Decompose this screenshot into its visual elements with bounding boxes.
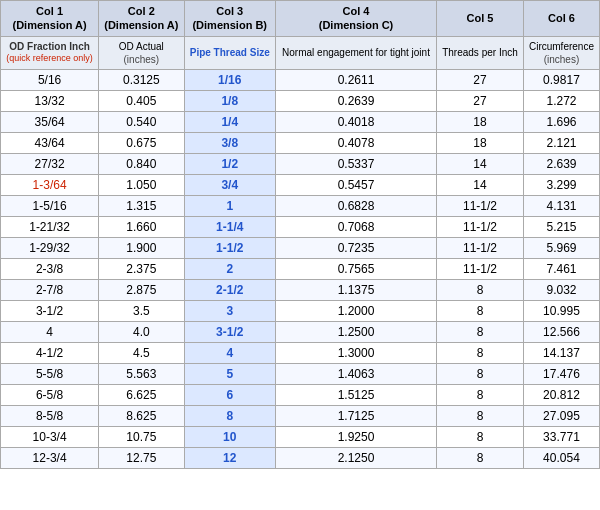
col5-cell: 27 (437, 69, 524, 90)
col4-cell: 1.9250 (275, 426, 436, 447)
col3-cell: 5 (184, 363, 275, 384)
col3-cell: 1-1/2 (184, 237, 275, 258)
table-row: 1-5/161.31510.682811-1/24.131 (1, 195, 600, 216)
col3-cell: 1 (184, 195, 275, 216)
header-row-sub: OD Fraction Inch (quick reference only) … (1, 36, 600, 69)
col4-cell: 1.4063 (275, 363, 436, 384)
col3-cell: 1/2 (184, 153, 275, 174)
col3-subheader: Pipe Thread Size (184, 36, 275, 69)
col4-cell: 1.7125 (275, 405, 436, 426)
col6-cell: 27.095 (523, 405, 599, 426)
col5-header: Col 5 (437, 1, 524, 37)
col6-sub-label: Circumference (528, 40, 595, 53)
col6-header-main: Col 6 (548, 12, 575, 24)
table-row: 4-1/24.541.3000814.137 (1, 342, 600, 363)
col6-cell: 5.969 (523, 237, 599, 258)
col2-header: Col 2 (Dimension A) (99, 1, 184, 37)
col1-cell: 12-3/4 (1, 447, 99, 468)
col5-cell: 27 (437, 90, 524, 111)
col3-cell: 12 (184, 447, 275, 468)
col6-cell: 5.215 (523, 216, 599, 237)
col4-cell: 0.7068 (275, 216, 436, 237)
col4-cell: 0.6828 (275, 195, 436, 216)
col4-cell: 0.2611 (275, 69, 436, 90)
col5-cell: 11-1/2 (437, 195, 524, 216)
col1-sub-label: OD Fraction Inch (5, 40, 94, 53)
col5-cell: 8 (437, 279, 524, 300)
col6-cell: 2.639 (523, 153, 599, 174)
col1-cell: 4-1/2 (1, 342, 99, 363)
col3-cell: 1-1/4 (184, 216, 275, 237)
table-row: 8-5/88.62581.7125827.095 (1, 405, 600, 426)
col2-cell: 0.540 (99, 111, 184, 132)
col4-cell: 0.4078 (275, 132, 436, 153)
table-row: 35/640.5401/40.4018181.696 (1, 111, 600, 132)
col1-cell: 2-3/8 (1, 258, 99, 279)
col3-header-main: Col 3 (216, 5, 243, 17)
col2-cell: 1.050 (99, 174, 184, 195)
col2-cell: 1.315 (99, 195, 184, 216)
table-row: 10-3/410.75101.9250833.771 (1, 426, 600, 447)
col1-header-sub: (Dimension A) (12, 19, 86, 31)
col4-cell: 1.2000 (275, 300, 436, 321)
col6-cell: 17.476 (523, 363, 599, 384)
col1-cell: 3-1/2 (1, 300, 99, 321)
col6-cell: 20.812 (523, 384, 599, 405)
table-row: 5/160.31251/160.2611270.9817 (1, 69, 600, 90)
col6-cell: 40.054 (523, 447, 599, 468)
table-body: 5/160.31251/160.2611270.981713/320.4051/… (1, 69, 600, 468)
col2-cell: 8.625 (99, 405, 184, 426)
col5-cell: 8 (437, 363, 524, 384)
table-row: 1-21/321.6601-1/40.706811-1/25.215 (1, 216, 600, 237)
col5-cell: 11-1/2 (437, 216, 524, 237)
col3-cell: 3-1/2 (184, 321, 275, 342)
col6-cell: 12.566 (523, 321, 599, 342)
col3-cell: 1/4 (184, 111, 275, 132)
col2-cell: 0.675 (99, 132, 184, 153)
col2-header-main: Col 2 (128, 5, 155, 17)
col2-cell: 6.625 (99, 384, 184, 405)
col1-cell: 5/16 (1, 69, 99, 90)
col1-cell: 13/32 (1, 90, 99, 111)
col2-cell: 10.75 (99, 426, 184, 447)
col2-cell: 12.75 (99, 447, 184, 468)
col1-cell: 43/64 (1, 132, 99, 153)
col1-subheader: OD Fraction Inch (quick reference only) (1, 36, 99, 69)
col2-cell: 2.375 (99, 258, 184, 279)
col1-cell: 1-21/32 (1, 216, 99, 237)
col6-cell: 14.137 (523, 342, 599, 363)
col1-cell: 2-7/8 (1, 279, 99, 300)
col1-cell: 6-5/8 (1, 384, 99, 405)
col2-sub-label: OD Actual (103, 40, 179, 53)
col2-cell: 5.563 (99, 363, 184, 384)
header-row-main: Col 1 (Dimension A) Col 2 (Dimension A) … (1, 1, 600, 37)
col5-cell: 8 (437, 447, 524, 468)
col5-cell: 14 (437, 153, 524, 174)
col4-cell: 2.1250 (275, 447, 436, 468)
col2-header-sub: (Dimension A) (104, 19, 178, 31)
col4-cell: 0.7565 (275, 258, 436, 279)
col3-cell: 2 (184, 258, 275, 279)
table-row: 5-5/85.56351.4063817.476 (1, 363, 600, 384)
col4-cell: 1.3000 (275, 342, 436, 363)
table-row: 1-3/641.0503/40.5457143.299 (1, 174, 600, 195)
col4-cell: 1.1375 (275, 279, 436, 300)
col3-cell: 3/8 (184, 132, 275, 153)
col4-cell: 0.5337 (275, 153, 436, 174)
col4-subheader: Normal engagement for tight joint (275, 36, 436, 69)
col3-cell: 1/8 (184, 90, 275, 111)
col4-cell: 0.7235 (275, 237, 436, 258)
col4-sub-label: Normal engagement for tight joint (282, 47, 430, 58)
col6-cell: 2.121 (523, 132, 599, 153)
col2-sub-note: (inches) (103, 53, 179, 66)
table-row: 2-3/82.37520.756511-1/27.461 (1, 258, 600, 279)
col4-cell: 0.4018 (275, 111, 436, 132)
col3-cell: 3/4 (184, 174, 275, 195)
col2-cell: 0.840 (99, 153, 184, 174)
col6-cell: 3.299 (523, 174, 599, 195)
col5-sub-label: Threads per Inch (442, 47, 518, 58)
col5-cell: 14 (437, 174, 524, 195)
col5-cell: 11-1/2 (437, 258, 524, 279)
col6-cell: 9.032 (523, 279, 599, 300)
col5-header-main: Col 5 (467, 12, 494, 24)
